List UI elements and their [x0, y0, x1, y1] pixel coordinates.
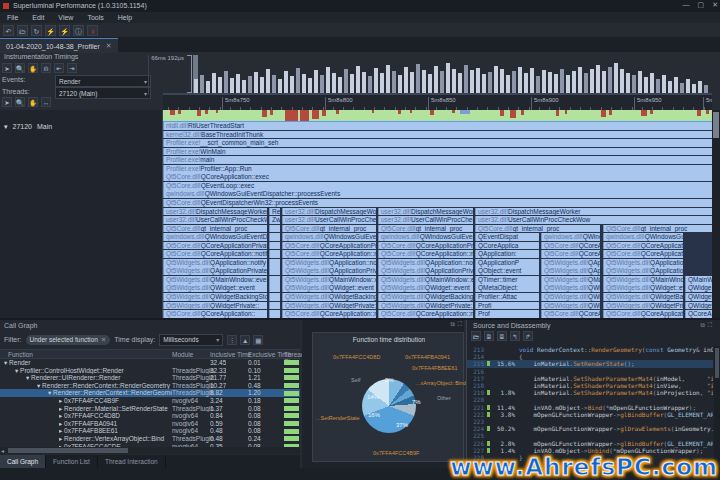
flame-bar[interactable]: QApplicationP [475, 259, 539, 267]
flame-bar[interactable]: Qt5Core.dll!QCoreApplication::notifyInte… [378, 250, 473, 258]
zoom-icon[interactable]: 🔍 [15, 97, 25, 107]
flame-bar[interactable]: QWidgetB [685, 293, 712, 301]
flame-bar[interactable]: Profiler.exe!main [163, 156, 712, 164]
flame-bar[interactable]: Qt5Widgets.dll!QWidget::event [541, 284, 600, 292]
threads-dropdown[interactable]: 27120 (Main) ▾ [55, 87, 151, 99]
flame-bar[interactable]: Qt5Core.dll!QCoreApplication::notifyInte… [603, 250, 683, 258]
menu-file[interactable]: File [0, 14, 25, 21]
flame-bar[interactable]: user32.dll!UserCallWinProcCheckWow [378, 216, 473, 224]
flame-bar[interactable]: qwindows.dll!QWindowsGuiEventDispatcher [282, 233, 376, 241]
flame-bar[interactable] [269, 233, 280, 241]
flame-bar[interactable]: Profiler.exe!Profiler::App::Run [163, 165, 712, 173]
flame-bar[interactable]: Qt5Core.dll!QEventLoop::exec [163, 182, 712, 190]
flame-bar[interactable]: user32.dll!DispatchMessageWorker [163, 208, 267, 216]
profile-session-icon[interactable]: 🯅 [87, 25, 98, 36]
flame-bar[interactable] [269, 267, 280, 275]
flame-bar[interactable]: qwindows.dll!QWindowsGuiEventDispatcher:… [163, 190, 712, 198]
flame-bar[interactable] [269, 250, 280, 258]
disassembly-view-icon[interactable]: 🗏 [497, 331, 507, 341]
navigate-forward-icon[interactable]: ↱ [523, 331, 533, 341]
flame-bar[interactable]: Qt5Widgets.dll!QApplication::notify [603, 259, 683, 267]
flame-graph[interactable]: ntdll.dll!RtlUserThreadStartkernel32.dll… [163, 122, 712, 318]
table-row[interactable]: ▸ 0x7FFA4FB8EE61nvoglv640.480.08 [0, 427, 300, 435]
refresh-icon[interactable]: ↻ [31, 25, 42, 36]
cpu-activity-strip[interactable] [163, 110, 712, 121]
flame-bar[interactable]: kernel32.dll!BaseThreadInitThunk [163, 131, 712, 139]
maximize-button[interactable]: ▢ [698, 1, 705, 9]
tab-function-list[interactable]: Function List [46, 455, 98, 468]
columns-icon[interactable]: ▦ [253, 335, 263, 345]
filter-chip[interactable]: Under selected function ✕ [26, 335, 111, 345]
flame-bar[interactable]: Qt5Core.dll!qt_internal_proc [475, 225, 600, 233]
flame-bar[interactable]: qwindows.dll!QWindowsGuiEventDispatcher:… [378, 233, 473, 241]
flame-bar[interactable] [269, 225, 280, 233]
flame-bar[interactable]: ntdll.dll!RtlUserThreadStart [163, 122, 712, 130]
tab-close-icon[interactable]: ✕ [106, 42, 112, 50]
table-row[interactable]: ▸ 0x7FFA4FCC4B9Fnvoglv643.240.18 [0, 397, 300, 405]
table-row[interactable]: ▸ 0x7FFA4FCC4D8Dnvoglv640.840.08 [0, 412, 300, 420]
flame-bar[interactable]: Qt5Core.dll!QCoreApplication::notifyInte… [378, 310, 473, 318]
flame-bar[interactable]: Qt5Core.dll!QCoreApplicationPrivate::sen… [282, 242, 376, 250]
select-cursor-icon[interactable]: ➤ [2, 63, 12, 73]
call-graph-hscroll-thumb[interactable] [8, 448, 128, 453]
table-row[interactable]: ▾ Profiler::ControlHostWidget::RenderThr… [0, 367, 300, 375]
flame-bar[interactable]: QCoreApplica [475, 242, 539, 250]
flame-bar[interactable]: qwindows.dll!QWindowsGuiEventDispatcher:… [603, 233, 683, 241]
flame-bar[interactable]: Qt5Core.dll!QCoreApplication::exec [163, 173, 712, 181]
flame-bar[interactable] [269, 310, 280, 318]
hot-path-icon[interactable]: ▲ [240, 335, 250, 345]
menu-edit[interactable]: Edit [25, 14, 51, 21]
flame-bar[interactable]: user32.dll!UserCallWinProcCheckWow [282, 216, 376, 224]
flame-bar[interactable]: Qt5Core.dll!QCoreApplicationPrivate::sen… [378, 242, 473, 250]
flame-bar[interactable]: Qt5Widgets.dll!QWidgetPrivate::sendPain [282, 302, 376, 310]
flame-bar[interactable]: QObject::event [475, 267, 539, 275]
flame-bar[interactable]: QMainW [685, 276, 712, 284]
flame-bar[interactable]: QWidgetP [685, 302, 712, 310]
collapse-caret-icon[interactable]: ▾ [4, 123, 8, 131]
pan-hand-icon[interactable]: ✋ [28, 63, 38, 73]
flame-bar[interactable]: Qt5Core.dll!QCoreApplicationPrivate::sen… [163, 242, 267, 250]
events-dropdown[interactable]: Render ▾ [55, 75, 151, 87]
flame-bar[interactable]: Qt5Core.dll!QCoreApplication::notifyInte… [163, 250, 267, 258]
maximize-pane-icon[interactable]: ⛶ [708, 322, 712, 329]
flame-bar[interactable]: Qt5Widgets.dll!QApplicationPrivate::noti… [163, 267, 267, 275]
flame-bar[interactable]: Qt5Widgets.dll!QMainWindow::event [282, 276, 376, 284]
flame-vertical-scrollbar[interactable] [712, 110, 720, 318]
expand-tree-icon[interactable]: ⫶ [227, 335, 237, 345]
open-folder-icon[interactable]: 🗁 [17, 25, 28, 36]
flame-bar[interactable]: ZwUse [269, 216, 280, 224]
flame-bar[interactable]: QTimer::timer [475, 276, 539, 284]
flame-bar[interactable]: Qt5Widgets.dll!QWidgetBackingStore::doSy… [378, 293, 473, 301]
time-display-dropdown[interactable]: Milliseconds ▾ [159, 334, 223, 346]
flame-bar[interactable]: Qt5Core.dll!QEventDispatcherWin32::proce… [163, 199, 712, 207]
float-pane-icon[interactable]: ⧉ [701, 322, 705, 329]
flame-bar[interactable]: Qt5Widgets.dll!QApplicationPrivate::no [541, 267, 600, 275]
table-row[interactable]: ▾ Renderer::RenderContext::RenderGeometr… [0, 389, 300, 397]
info-icon[interactable]: ⓘ [73, 25, 84, 36]
flame-bar[interactable]: Qt5Widgets.dll!QMainWindow::event [378, 276, 473, 284]
flame-bar[interactable]: Qt5Core.dll!QCoreApplication::notifyInte… [282, 250, 376, 258]
flame-bar[interactable] [269, 293, 280, 301]
flame-bar[interactable]: user32.dll!UserCallWinProcCheckWo [163, 216, 267, 224]
table-row[interactable]: ▾ Renderer::RenderContext::RenderGeometr… [0, 382, 300, 390]
flame-bar[interactable] [269, 302, 280, 310]
flame-bar[interactable]: Qt5Widgets.dll!QWidgetPrivate:: [163, 302, 267, 310]
attach-icon[interactable]: ⚡ [59, 25, 70, 36]
flame-bar[interactable]: Qt5Widgets.dll!QWidget::event [378, 284, 473, 292]
flag-view-icon[interactable]: ⇥ [67, 63, 77, 73]
flame-bar[interactable]: Qt5Widgets.dll!QWidgetBackingSto [163, 293, 267, 301]
flame-bar[interactable]: Qt5Widgets.dll!QApplication::notify [163, 259, 267, 267]
tab-call-graph[interactable]: Call Graph [0, 455, 46, 468]
flame-bar[interactable]: Qt5Core.dll!qt_internal_proc [282, 225, 376, 233]
flame-bar[interactable]: Qt5Core.dll!qt_internal_proc [163, 225, 267, 233]
flame-bar[interactable]: Qt5Core.dll!QCoreApplicationPrivate::sen… [603, 242, 683, 250]
flame-bar[interactable]: qwindows.dll!QWindowsGuiEventDispatcher:… [163, 233, 267, 241]
flame-bar[interactable]: Profiler::Attac [475, 293, 539, 301]
flame-bar[interactable]: Qt5Widgets.dll!QMainWindow::event [163, 276, 267, 284]
flame-bar[interactable]: user32.dll!UserCallWinProcCheckWow [475, 216, 712, 224]
chip-close-icon[interactable]: ✕ [101, 336, 106, 344]
flame-bar[interactable]: Qt5Widgets.dll!QApplication::notify [282, 259, 376, 267]
flame-bar[interactable]: Qt5Widgets.dll!QWidgetPrivate::send [541, 302, 600, 310]
zoom-icon[interactable]: 🔍 [15, 63, 25, 73]
flame-bar[interactable]: QWidge [685, 284, 712, 292]
